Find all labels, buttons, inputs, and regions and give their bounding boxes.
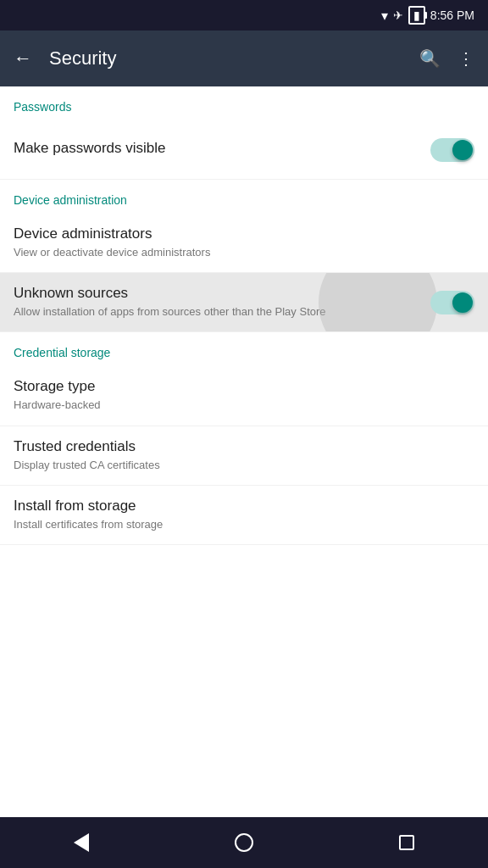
- setting-content-make-passwords-visible: Make passwords visible: [14, 140, 430, 159]
- setting-row-install-from-storage[interactable]: Install from storage Install certificate…: [0, 486, 488, 545]
- status-icons: ▾ ✈ ▮ 8:56 PM: [381, 6, 474, 25]
- setting-content-storage-type: Storage type Hardware-backed: [14, 378, 474, 413]
- battery-icon: ▮: [408, 6, 425, 25]
- status-time: 8:56 PM: [430, 8, 474, 22]
- setting-subtitle-device-administrators: View or deactivate device administrators: [14, 245, 474, 260]
- wifi-icon: ▾: [381, 8, 388, 24]
- setting-subtitle-install-from-storage: Install certificates from storage: [14, 517, 474, 532]
- section-device-administration: Device administration Device administrat…: [0, 180, 488, 332]
- content-area: Passwords Make passwords visible Device …: [0, 86, 488, 817]
- setting-row-trusted-credentials[interactable]: Trusted credentials Display trusted CA c…: [0, 426, 488, 486]
- toggle-thumb-unknown-sources: [452, 292, 473, 313]
- setting-title-device-administrators: Device administrators: [14, 225, 474, 242]
- toggle-make-passwords-visible[interactable]: [430, 138, 474, 162]
- setting-row-unknown-sources[interactable]: Unknown sources Allow installation of ap…: [0, 273, 488, 332]
- section-header-device-administration: Device administration: [0, 180, 488, 214]
- page-title: Security: [49, 47, 419, 70]
- toggle-unknown-sources[interactable]: [430, 291, 474, 314]
- ripple-effect: [319, 273, 437, 332]
- more-options-icon[interactable]: ⋮: [458, 48, 474, 69]
- status-bar: ▾ ✈ ▮ 8:56 PM: [0, 0, 488, 31]
- nav-home-icon: [235, 833, 253, 852]
- nav-home-button[interactable]: [227, 826, 261, 860]
- setting-title-make-passwords-visible: Make passwords visible: [14, 140, 430, 157]
- setting-row-storage-type[interactable]: Storage type Hardware-backed: [0, 366, 488, 426]
- setting-content-trusted-credentials: Trusted credentials Display trusted CA c…: [14, 438, 474, 473]
- setting-row-device-administrators[interactable]: Device administrators View or deactivate…: [0, 214, 488, 273]
- setting-row-make-passwords-visible[interactable]: Make passwords visible: [0, 120, 488, 180]
- setting-title-install-from-storage: Install from storage: [14, 498, 474, 515]
- nav-recent-button[interactable]: [390, 826, 424, 860]
- toolbar-actions: 🔍 ⋮: [419, 48, 474, 69]
- nav-back-icon: [74, 833, 89, 852]
- setting-title-trusted-credentials: Trusted credentials: [14, 438, 474, 455]
- setting-title-storage-type: Storage type: [14, 378, 474, 395]
- toolbar: ← Security 🔍 ⋮: [0, 31, 488, 86]
- setting-subtitle-storage-type: Hardware-backed: [14, 398, 474, 413]
- navigation-bar: [0, 817, 488, 868]
- setting-subtitle-trusted-credentials: Display trusted CA certificates: [14, 458, 474, 473]
- nav-recent-icon: [399, 835, 414, 850]
- back-button[interactable]: ←: [14, 47, 32, 70]
- section-passwords: Passwords Make passwords visible: [0, 86, 488, 180]
- section-header-passwords: Passwords: [0, 86, 488, 120]
- setting-content-install-from-storage: Install from storage Install certificate…: [14, 498, 474, 532]
- setting-content-device-administrators: Device administrators View or deactivate…: [14, 225, 474, 260]
- nav-back-button[interactable]: [64, 826, 98, 860]
- section-credential-storage: Credential storage Storage type Hardware…: [0, 332, 488, 545]
- toggle-thumb-make-passwords-visible: [452, 140, 473, 160]
- section-header-credential-storage: Credential storage: [0, 332, 488, 366]
- search-icon[interactable]: 🔍: [419, 48, 441, 69]
- airplane-icon: ✈: [393, 8, 403, 22]
